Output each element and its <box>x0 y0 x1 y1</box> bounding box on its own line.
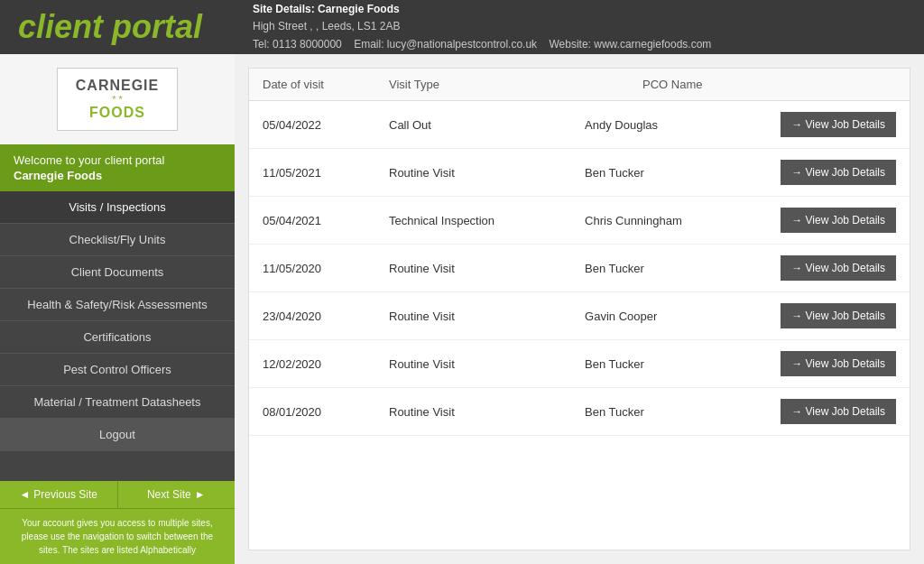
email-value: lucy@nationalpestcontrol.co.uk <box>387 38 537 51</box>
sidebar: CARNEGIE * * FOODS Welcome to your clien… <box>0 54 235 564</box>
visit-type-cell: Call Out <box>389 118 585 132</box>
visits-table: Date of visitVisit TypePCO Name 05/04/20… <box>248 68 910 550</box>
view-job-button[interactable]: → View Job Details <box>781 112 896 137</box>
nav-item-checklist-fly-units[interactable]: Checklist/Fly Units <box>0 224 235 256</box>
website-value: www.carnegiefoods.com <box>594 38 711 51</box>
date-cell: 05/04/2021 <box>263 214 389 227</box>
site-info: Site Details: Carnegie Foods High Street… <box>253 1 711 53</box>
view-job-button[interactable]: → View Job Details <box>781 399 896 424</box>
welcome-area: Welcome to your client portal Carnegie F… <box>0 144 235 191</box>
table-row: 11/05/2020Routine VisitBen Tucker→ View … <box>249 245 910 292</box>
date-cell: 12/02/2020 <box>263 357 389 371</box>
nav-item-logout[interactable]: Logout <box>0 419 235 451</box>
view-job-button[interactable]: → View Job Details <box>781 303 896 328</box>
date-cell: 05/04/2022 <box>263 118 389 132</box>
action-cell: → View Job Details <box>781 303 896 328</box>
tel-value: 0113 8000000 <box>273 38 342 51</box>
table-row: 08/01/2020Routine VisitBen Tucker→ View … <box>249 388 910 436</box>
pco-name-cell: Andy Douglas <box>585 118 781 132</box>
pco-name-cell: Ben Tucker <box>585 166 781 180</box>
client-name: Carnegie Foods <box>14 169 221 182</box>
nav-menu: Visits / InspectionsChecklist/Fly UnitsC… <box>0 191 235 481</box>
pco-name-cell: Chris Cunningham <box>585 214 781 227</box>
visit-type-cell: Routine Visit <box>389 310 585 323</box>
table-header: Date of visitVisit TypePCO Name <box>249 69 910 101</box>
prev-site-label: Previous Site <box>33 488 97 501</box>
visit-type-cell: Routine Visit <box>389 262 585 275</box>
action-cell: → View Job Details <box>781 399 896 424</box>
nav-item-certifications[interactable]: Certifications <box>0 321 235 354</box>
table-row: 11/05/2021Routine VisitBen Tucker→ View … <box>249 149 910 197</box>
website-label: Website: <box>549 38 590 51</box>
pco-name-cell: Ben Tucker <box>585 405 781 419</box>
pco-name-cell: Ben Tucker <box>585 357 781 371</box>
action-cell: → View Job Details <box>781 208 896 233</box>
col-header-0: Date of visit <box>263 78 389 91</box>
action-cell: → View Job Details <box>781 255 896 281</box>
action-cell: → View Job Details <box>781 351 896 376</box>
view-job-button[interactable]: → View Job Details <box>781 208 896 233</box>
nav-arrows: ◄ Previous Site Next Site ► <box>0 481 235 509</box>
prev-site-button[interactable]: ◄ Previous Site <box>0 481 118 508</box>
logo-line2: FOODS <box>76 105 159 121</box>
date-cell: 11/05/2020 <box>263 262 389 275</box>
col-header-1: Visit Type <box>389 78 642 91</box>
view-job-button[interactable]: → View Job Details <box>781 255 896 281</box>
right-arrow-icon: ► <box>195 488 206 501</box>
nav-item-client-documents[interactable]: Client Documents <box>0 256 235 289</box>
main-layout: CARNEGIE * * FOODS Welcome to your clien… <box>0 54 924 564</box>
table-row: 05/04/2022Call OutAndy Douglas→ View Job… <box>249 101 910 149</box>
app-title: client portal <box>18 8 253 46</box>
footer-text: Your account gives you access to multipl… <box>0 509 235 564</box>
visit-type-cell: Routine Visit <box>389 405 585 419</box>
welcome-line: Welcome to your client portal <box>14 153 221 167</box>
date-cell: 11/05/2021 <box>263 166 389 180</box>
pco-name-cell: Gavin Cooper <box>585 310 781 323</box>
logo-line1: CARNEGIE <box>76 78 159 94</box>
nav-item-material---treatment-datasheets[interactable]: Material / Treatment Datasheets <box>0 386 235 419</box>
table-row: 23/04/2020Routine VisitGavin Cooper→ Vie… <box>249 292 910 340</box>
date-cell: 08/01/2020 <box>263 405 389 419</box>
table-row: 12/02/2020Routine VisitBen Tucker→ View … <box>249 340 910 388</box>
visit-type-cell: Routine Visit <box>389 357 585 371</box>
sidebar-footer: ◄ Previous Site Next Site ► Your account… <box>0 481 235 564</box>
logo-area: CARNEGIE * * FOODS <box>0 54 235 144</box>
nav-item-visits---inspections[interactable]: Visits / Inspections <box>0 191 235 224</box>
site-address: High Street , , Leeds, LS1 2AB <box>253 18 711 35</box>
action-cell: → View Job Details <box>781 160 896 185</box>
logo-box: CARNEGIE * * FOODS <box>57 68 178 131</box>
table-row: 05/04/2021Technical InspectionChris Cunn… <box>249 197 910 245</box>
nav-item-pest-control-officers[interactable]: Pest Control Officers <box>0 354 235 386</box>
header: client portal Site Details: Carnegie Foo… <box>0 0 924 54</box>
logo-asterisks: * * <box>76 94 159 105</box>
email-label: Email: <box>354 38 383 51</box>
content-area: Date of visitVisit TypePCO Name 05/04/20… <box>235 54 924 564</box>
view-job-button[interactable]: → View Job Details <box>781 351 896 376</box>
nav-item-health---safety-risk-assessments[interactable]: Health & Safety/Risk Assessments <box>0 289 235 321</box>
tel-label: Tel: <box>253 38 270 51</box>
next-site-label: Next Site <box>147 488 191 501</box>
col-header-2: PCO Name <box>642 78 896 91</box>
site-details-label: Site Details: Carnegie Foods <box>253 3 400 15</box>
next-site-button[interactable]: Next Site ► <box>118 481 236 508</box>
visit-type-cell: Technical Inspection <box>389 214 585 227</box>
table-body: 05/04/2022Call OutAndy Douglas→ View Job… <box>249 101 910 550</box>
date-cell: 23/04/2020 <box>263 310 389 323</box>
pco-name-cell: Ben Tucker <box>585 262 781 275</box>
visit-type-cell: Routine Visit <box>389 166 585 180</box>
action-cell: → View Job Details <box>781 112 896 137</box>
left-arrow-icon: ◄ <box>19 488 30 501</box>
view-job-button[interactable]: → View Job Details <box>781 160 896 185</box>
